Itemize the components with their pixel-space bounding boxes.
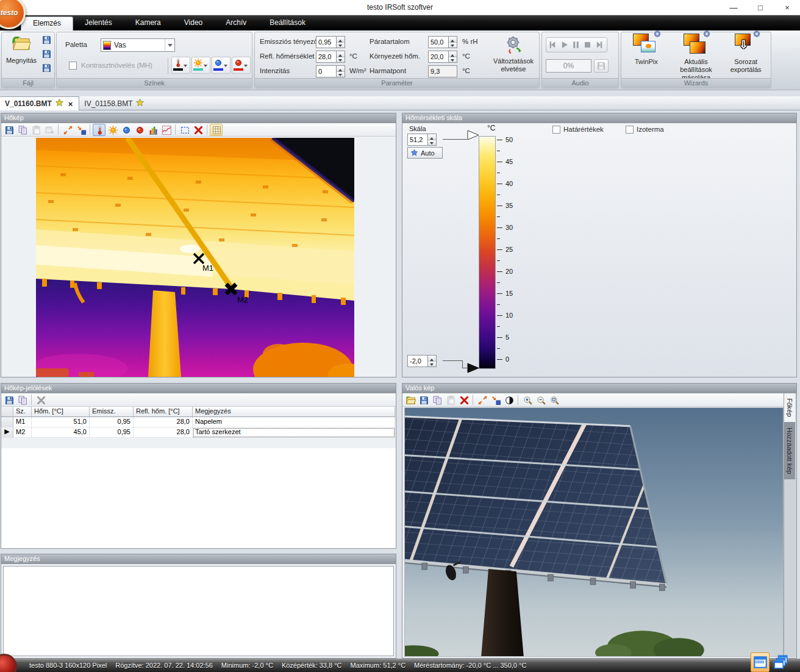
favorite-star-icon[interactable] bbox=[135, 98, 145, 109]
grid-icon[interactable] bbox=[210, 124, 223, 136]
point-marker-icon[interactable] bbox=[93, 124, 105, 136]
chevron-down-icon[interactable] bbox=[183, 58, 188, 73]
point-color-button[interactable] bbox=[171, 57, 190, 74]
chevron-down-icon[interactable] bbox=[223, 58, 229, 73]
menu-tab-arch-v[interactable]: Archív bbox=[214, 15, 258, 30]
cascade-window-layout-button[interactable] bbox=[771, 652, 790, 672]
param-input-refl-h-m-rs-klet[interactable] bbox=[316, 51, 337, 63]
menu-tab-be-ll-t-sok[interactable]: Beállítások bbox=[258, 15, 317, 30]
cell-megjegyz-s[interactable]: Tartó szerkezet bbox=[193, 427, 395, 438]
thermal-image[interactable]: M1M2 bbox=[36, 138, 354, 377]
param-input-emisszi-s-t-nyez[interactable] bbox=[316, 36, 337, 48]
cell-h-m-c[interactable]: 45,0 bbox=[32, 427, 90, 438]
document-tab-v-01160-bmt[interactable]: V_01160.BMT× bbox=[0, 96, 79, 110]
table-row-m1[interactable]: M151,00,9528,0Napelem bbox=[1, 417, 396, 427]
twinpix-button[interactable]: TwinPix bbox=[623, 34, 670, 82]
column-header-refl-h-m-c[interactable]: Refl. hőm. [°C] bbox=[134, 407, 193, 417]
open-icon[interactable] bbox=[404, 394, 416, 406]
delete-icon[interactable] bbox=[457, 394, 470, 406]
copy-icon[interactable] bbox=[430, 394, 443, 406]
menu-tab-video[interactable]: Video bbox=[173, 15, 214, 30]
param-input-k-rnyezeti-h-m[interactable] bbox=[428, 51, 449, 63]
copy-icon[interactable] bbox=[16, 124, 29, 136]
save-as-button[interactable] bbox=[40, 48, 54, 60]
enlarge-icon[interactable] bbox=[476, 394, 488, 406]
reduce-icon[interactable] bbox=[489, 394, 502, 406]
save-icon[interactable] bbox=[2, 394, 15, 406]
cold-spot-icon[interactable] bbox=[120, 124, 132, 136]
param-input-harmatpont[interactable] bbox=[428, 65, 457, 77]
cold-spot-color-button[interactable] bbox=[212, 57, 230, 74]
save-button[interactable] bbox=[40, 34, 54, 46]
isotherm-checkbox[interactable] bbox=[626, 126, 634, 134]
cell-sz[interactable]: M1 bbox=[13, 417, 32, 427]
limits-checkbox[interactable] bbox=[552, 126, 560, 134]
chevron-down-icon[interactable] bbox=[243, 58, 249, 73]
contrast-icon[interactable] bbox=[502, 394, 515, 406]
delete-icon[interactable] bbox=[191, 124, 204, 136]
open-button[interactable]: Megnyitás bbox=[4, 34, 39, 76]
hot-spot-color-button[interactable] bbox=[191, 57, 210, 74]
cell-refl-h-m-c[interactable]: 28,0 bbox=[134, 417, 193, 427]
cell-emissz[interactable]: 0,95 bbox=[90, 427, 134, 438]
cell-emissz[interactable]: 0,95 bbox=[90, 417, 134, 427]
param-spin-buttons-refl-h-m-rs-klet[interactable] bbox=[337, 51, 345, 63]
palette-dropdown[interactable]: Vas bbox=[101, 38, 175, 52]
table-row-m2[interactable]: ▶M245,00,9528,0Tartó szerkezet bbox=[1, 427, 396, 438]
chevron-down-icon[interactable] bbox=[203, 58, 209, 73]
param-spin-buttons-emisszi-s-t-nyez[interactable] bbox=[337, 36, 345, 48]
enlarge-icon[interactable] bbox=[61, 124, 74, 136]
document-tab-iv-01158-bmt[interactable]: IV_01158.BMT bbox=[79, 96, 149, 110]
circle-marker-icon[interactable] bbox=[133, 124, 146, 136]
comment-textarea[interactable] bbox=[3, 566, 394, 656]
side-tab-f-k-p[interactable]: Főkép bbox=[784, 393, 795, 423]
real-image[interactable] bbox=[404, 407, 784, 657]
zoom-fit-icon[interactable] bbox=[548, 394, 560, 406]
cell-refl-h-m-c[interactable]: 28,0 bbox=[134, 427, 193, 438]
param-spin-buttons-intenzit-s[interactable] bbox=[337, 65, 345, 77]
scale-min-pointer[interactable] bbox=[466, 362, 480, 376]
auto-scale-button[interactable]: Auto bbox=[407, 147, 443, 159]
save-all-button[interactable] bbox=[40, 62, 54, 74]
aktu-lis-be-ll-t-sok-m-sol-sa-button[interactable]: Aktuális beállítások másolása bbox=[672, 34, 720, 82]
copy-icon[interactable] bbox=[16, 394, 29, 406]
menu-tab-kamera[interactable]: Kamera bbox=[124, 15, 173, 30]
close-button[interactable]: × bbox=[779, 2, 795, 13]
cell-h-m-c[interactable]: 51,0 bbox=[32, 417, 90, 427]
column-header-emissz[interactable]: Emissz. bbox=[90, 407, 134, 417]
row-selector[interactable]: ▶ bbox=[1, 427, 13, 438]
profile-icon[interactable] bbox=[160, 124, 173, 136]
scale-min-input[interactable] bbox=[407, 355, 428, 367]
favorite-star-icon[interactable] bbox=[55, 98, 64, 109]
save-icon[interactable] bbox=[417, 394, 430, 406]
zoom-out-icon[interactable] bbox=[534, 394, 547, 406]
column-header-megjegyz-s[interactable]: Megjegyzés bbox=[193, 407, 395, 417]
discard-changes-button[interactable]: Változtatások elvetése bbox=[488, 34, 539, 79]
reduce-icon[interactable] bbox=[74, 124, 87, 136]
param-spin-buttons-k-rnyezeti-h-m[interactable] bbox=[449, 51, 457, 63]
maximize-button[interactable]: □ bbox=[752, 2, 768, 13]
param-spin-buttons-p-ratartalom[interactable] bbox=[449, 36, 457, 48]
sorozat-export-l-s-button[interactable]: ⇩Sorozat exportálás bbox=[722, 34, 770, 82]
save-icon[interactable] bbox=[2, 124, 15, 136]
marker-color-button[interactable] bbox=[232, 57, 251, 74]
single-window-layout-button[interactable] bbox=[751, 652, 770, 672]
minimize-button[interactable]: — bbox=[726, 2, 741, 13]
param-input-intenzit-s[interactable] bbox=[316, 65, 337, 77]
menu-tab-jelent-s[interactable]: Jelentés bbox=[73, 15, 124, 30]
contrast-checkbox[interactable] bbox=[69, 62, 77, 70]
column-header-h-m-c[interactable]: Hőm. [°C] bbox=[32, 407, 90, 417]
column-header-sz[interactable]: Sz. bbox=[13, 407, 32, 417]
cell-sz[interactable]: M2 bbox=[13, 427, 32, 438]
area-select-icon[interactable] bbox=[178, 124, 191, 136]
menu-tab-elemz-s[interactable]: Elemzés bbox=[21, 16, 73, 32]
side-tab-hozz-adott-k-p[interactable]: Hozzáadott kép bbox=[784, 423, 795, 479]
scale-max-input[interactable] bbox=[407, 134, 428, 146]
scale-max-spin-buttons[interactable] bbox=[428, 134, 437, 146]
scale-min-spin-buttons[interactable] bbox=[428, 355, 437, 367]
close-tab-icon[interactable]: × bbox=[67, 99, 74, 109]
cell-megjegyz-s[interactable]: Napelem bbox=[193, 417, 395, 427]
hot-spot-icon[interactable] bbox=[106, 124, 119, 136]
histogram-icon[interactable] bbox=[146, 124, 159, 136]
zoom-in-icon[interactable] bbox=[521, 394, 534, 406]
